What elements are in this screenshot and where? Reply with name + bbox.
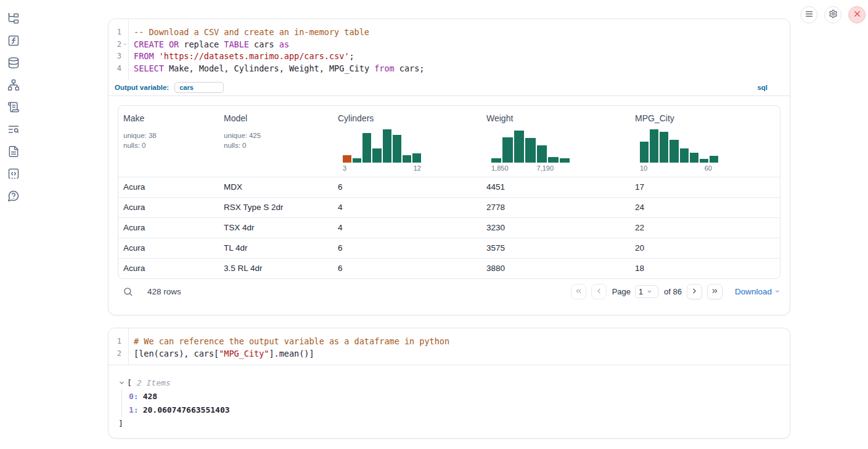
sidebar-item-file-explorer[interactable] [7,14,20,26]
page-label: Page [612,287,631,296]
table-cell: 2778 [481,198,630,217]
column-header-cylinders[interactable]: Cylinders312 [333,106,481,177]
data-table: Makeunique: 38nulls: 0Modelunique: 425nu… [118,105,780,279]
column-header-make[interactable]: Makeunique: 38nulls: 0 [118,106,219,177]
histogram-bar [412,153,421,163]
documentation-icon [7,145,20,160]
language-badge[interactable]: sql [757,84,768,91]
histogram-bar [660,132,668,163]
gear-icon [829,9,838,21]
dependency-graph-icon [7,79,20,94]
code-line[interactable]: 4SELECT Make, Model, Cylinders, Weight, … [108,62,790,75]
column-stats: unique: 425nulls: 0 [224,131,328,150]
sidebar-item-variables[interactable] [7,36,20,48]
histogram-bar [640,142,649,162]
code-token: CREATE [134,39,164,49]
chevron-right-icon [690,286,698,297]
line-number: 1 [117,337,121,346]
gutter: 2 [108,349,128,358]
window-controls [800,6,866,23]
code-token: as [279,39,289,49]
code-token: ; [350,51,354,61]
tree-entry-value: 20.060747663551403 [143,405,230,415]
code-token: # We can reference the output variable a… [134,336,449,346]
tree-entry: 1:20.060747663551403 [129,403,780,416]
line-number: 1 [117,28,121,36]
file-explorer-icon [7,12,20,27]
tree-close-row: ] [118,416,780,430]
histogram-axis: 312 [343,164,421,172]
python-code-editor[interactable]: 1# We can reference the output variable … [108,328,790,365]
code-line[interactable]: 1-- Download a CSV and create an in-memo… [108,26,790,38]
table-cell: Acura [118,238,219,258]
code-line[interactable]: 3FROM 'https://datasets.marimo.app/cars.… [108,50,790,62]
table-header-row: Makeunique: 38nulls: 0Modelunique: 425nu… [118,106,780,177]
logs-icon [7,101,20,116]
code-text: CREATE OR replace TABLE cars as [128,39,289,49]
table-cell: 20 [630,238,780,258]
prev-page-button[interactable] [591,284,607,299]
sidebar-item-documentation[interactable] [7,147,20,159]
axis-min-label: 10 [640,164,647,172]
code-token: "MPG_City" [219,349,269,358]
code-text: SELECT Make, Model, Cylinders, Weight, M… [128,63,424,73]
table-cell: 4451 [481,177,630,197]
first-page-button[interactable] [571,284,586,299]
code-line[interactable]: 1# We can reference the output variable … [108,335,790,347]
histogram-bars [640,129,718,163]
table-row[interactable]: AcuraTSX 4dr4323022 [118,217,780,238]
histogram-bars [491,129,570,163]
sidebar-item-snippets[interactable] [7,169,20,181]
code-token [164,39,169,49]
code-line[interactable]: 2CREATE OR replace TABLE cars as [108,38,790,51]
sidebar-item-logs[interactable] [7,102,20,115]
table-row[interactable]: AcuraTL 4dr6357520 [118,238,780,258]
code-text: [len(cars), cars["MPG_City"].mean()] [128,349,314,358]
column-stat: unique: 425 [224,131,328,140]
column-header-weight[interactable]: Weight1,8507,190 [481,106,630,177]
table-row[interactable]: AcuraMDX6445117 [118,177,780,197]
column-title: Model [224,113,328,123]
sql-code-editor[interactable]: 1-- Download a CSV and create an in-memo… [108,19,790,80]
collapse-icon[interactable] [118,379,125,386]
search-icon[interactable] [123,286,133,297]
sidebar-icon-list [0,14,27,203]
next-page-button[interactable] [687,284,702,299]
shutdown-button[interactable] [848,6,866,23]
code-token: FROM [134,51,154,61]
download-button[interactable]: Download [735,287,780,296]
sidebar-item-help[interactable] [7,191,20,203]
column-stat: nulls: 0 [224,140,328,150]
page-select[interactable]: 1 [635,285,658,298]
histogram-bar [669,140,678,163]
sql-cell-output: Makeunique: 38nulls: 0Modelunique: 425nu… [108,96,790,313]
code-line[interactable]: 2[len(cars), cars["MPG_City"].mean()] [108,347,790,360]
fold-icon[interactable] [121,42,128,47]
table-cell: 3575 [481,238,630,258]
hamburger-icon [805,9,814,21]
histogram-bar [548,157,558,163]
table-row[interactable]: Acura3.5 RL 4dr6388018 [118,258,780,278]
chevron-left-icon [595,286,603,297]
sidebar-item-tracebacks[interactable] [7,124,20,137]
sidebar-item-datasources[interactable] [7,58,20,70]
code-token: Make, Model, Cylinders, Weight, MPG_City [164,63,374,73]
table-row[interactable]: AcuraRSX Type S 2dr4277824 [118,197,780,217]
sidebar-item-dependency-graph[interactable] [7,80,20,92]
last-page-button[interactable] [707,284,723,299]
table-cell: 6 [333,238,481,258]
column-header-mpg_city[interactable]: MPG_City1060 [630,106,780,177]
gutter: 4 [108,64,128,73]
open-bracket: [ [127,378,132,387]
sql-cell: 1-- Download a CSV and create an in-memo… [108,18,790,315]
tree-entry-value: 428 [143,392,157,401]
output-variable-input[interactable] [174,82,224,93]
settings-button[interactable] [824,6,841,23]
page-total-label: of 86 [664,287,682,296]
column-header-model[interactable]: Modelunique: 425nulls: 0 [219,106,333,177]
column-title: Weight [486,113,625,123]
code-token: replace [179,39,224,49]
table-cell: 17 [630,177,780,197]
code-token: OR [169,39,179,49]
menu-button[interactable] [800,6,817,23]
